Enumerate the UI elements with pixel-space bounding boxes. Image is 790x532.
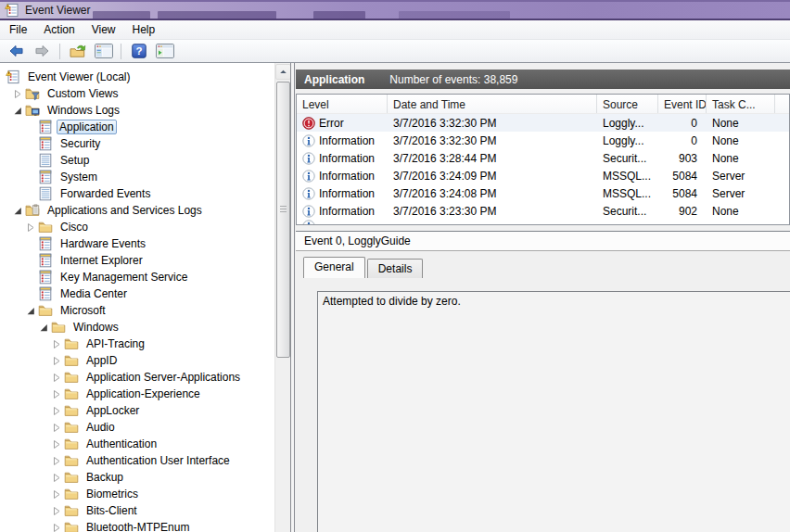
tree-item-key-management-service[interactable]: Key Management Service — [0, 269, 274, 285]
event-row-6[interactable]: Information3/7/2016 3:23:30 PMSecurit...… — [297, 202, 789, 220]
tree-item-label: Bluetooth-MTPEnum — [83, 519, 193, 532]
tree-item-appid[interactable]: AppID — [0, 352, 274, 369]
menu-help[interactable]: Help — [124, 20, 164, 39]
tab-details[interactable]: Details — [367, 259, 424, 278]
info-icon — [302, 220, 315, 225]
expand-arrow-icon[interactable] — [52, 523, 62, 532]
error-icon — [302, 117, 315, 130]
event-row-4[interactable]: Information3/7/2016 3:24:09 PMMSSQL...50… — [297, 167, 789, 184]
tree-item-microsoft[interactable]: Microsoft — [0, 302, 274, 319]
event-row-1[interactable]: Error3/7/2016 3:32:30 PMLoggly...0None — [297, 114, 789, 132]
arrow-spacer — [26, 289, 36, 299]
show-console-tree-button[interactable] — [92, 41, 115, 61]
arrow-spacer — [26, 156, 36, 166]
expand-arrow-icon[interactable] — [52, 489, 62, 500]
expand-arrow-icon[interactable] — [52, 389, 62, 399]
forward-button[interactable] — [31, 41, 54, 61]
expand-arrow-icon[interactable] — [52, 456, 62, 466]
event-viewer-icon — [5, 3, 19, 18]
folder-icon — [64, 470, 79, 485]
event-row-2[interactable]: Information3/7/2016 3:32:30 PMLoggly...0… — [297, 132, 789, 149]
tree-item-label: API-Tracing — [83, 336, 148, 352]
help-button[interactable]: ? — [127, 41, 150, 61]
tree-item-bits-client[interactable]: Bits-Client — [0, 502, 274, 519]
info-icon — [302, 152, 315, 165]
tree-item-label: Application Server-Applications — [83, 369, 244, 386]
task-category-cell: None — [707, 117, 775, 130]
expand-arrow-icon[interactable] — [52, 339, 62, 349]
titlebar[interactable]: Event Viewer — [0, 0, 790, 20]
tree-item-setup[interactable]: Setup — [0, 152, 274, 169]
tab-general[interactable]: General — [303, 257, 365, 278]
expand-arrow-icon[interactable] — [52, 423, 62, 433]
column-header-event-id[interactable]: Event ID — [658, 95, 707, 113]
expand-arrow-icon[interactable] — [52, 473, 62, 483]
tree-item-media-center[interactable]: Media Center — [0, 285, 274, 302]
menu-file[interactable]: File — [1, 20, 35, 39]
tree-item-hardware-events[interactable]: Hardware Events — [0, 235, 274, 252]
tree-item-application-server-applications[interactable]: Application Server-Applications — [0, 369, 274, 386]
folder-icon — [64, 386, 79, 401]
tree-item-label: AppID — [83, 352, 121, 369]
tree-item-applocker[interactable]: AppLocker — [0, 402, 274, 419]
back-button[interactable] — [5, 41, 28, 61]
open-saved-log-button[interactable] — [66, 41, 89, 61]
tree-item-applications-and-services-logs[interactable]: Applications and Services Logs — [0, 202, 274, 219]
tree-item-label: Authentication User Interface — [83, 452, 234, 469]
event-row-3[interactable]: Information3/7/2016 3:28:44 PMSecurit...… — [297, 149, 789, 167]
expand-arrow-icon[interactable] — [52, 373, 62, 383]
collapse-arrow-icon[interactable] — [39, 323, 49, 333]
tree-item-system[interactable]: System — [0, 169, 274, 185]
tree-item-security[interactable]: Security — [0, 135, 274, 152]
tree-item-custom-views[interactable]: Custom Views — [0, 85, 274, 102]
expand-arrow-icon[interactable] — [52, 439, 62, 450]
tree-item-application[interactable]: Application — [0, 119, 274, 135]
menu-view[interactable]: View — [83, 20, 124, 39]
collapse-arrow-icon[interactable] — [26, 306, 36, 316]
tree-item-bluetooth-mtpenum[interactable]: Bluetooth-MTPEnum — [0, 519, 274, 532]
menu-action[interactable]: Action — [35, 20, 83, 39]
tree-item-windows[interactable]: Windows — [0, 319, 274, 336]
tree-item-internet-explorer[interactable]: Internet Explorer — [0, 252, 274, 269]
tree-item-event-viewer-local[interactable]: Event Viewer (Local) — [0, 69, 274, 85]
column-header-date-and-time[interactable]: Date and Time — [388, 95, 597, 113]
show-action-pane-button[interactable] — [153, 41, 176, 61]
tree-item-label: Setup — [57, 152, 93, 169]
log-event-icon — [38, 236, 53, 251]
table-row-partial[interactable] — [297, 220, 789, 225]
scroll-up-button[interactable] — [275, 64, 290, 80]
tree-item-windows-logs[interactable]: Windows Logs — [0, 102, 274, 119]
tree-item-forwarded-events[interactable]: Forwarded Events — [0, 185, 274, 202]
event-id-cell: 902 — [658, 205, 707, 218]
tree-item-application-experience[interactable]: Application-Experience — [0, 386, 274, 402]
expand-arrow-icon[interactable] — [52, 356, 62, 366]
tree-item-label: Key Management Service — [57, 269, 191, 285]
tree-scrollbar[interactable] — [274, 63, 290, 532]
column-header-level[interactable]: Level — [297, 95, 388, 113]
datetime-cell: 3/7/2016 3:32:30 PM — [388, 117, 597, 130]
folder-icon — [38, 303, 53, 318]
toolbar: ? — [0, 40, 790, 63]
scrollbar-thumb[interactable] — [276, 82, 290, 358]
console-tree-panel: Event Viewer (Local)Custom ViewsWindows … — [0, 63, 290, 532]
column-header-task-c[interactable]: Task C... — [707, 95, 775, 113]
expand-arrow-icon[interactable] — [13, 89, 23, 99]
tree-item-label: Microsoft — [57, 302, 109, 319]
tree-item-audio[interactable]: Audio — [0, 419, 274, 436]
arrow-spacer — [26, 172, 36, 183]
action-pane-icon — [156, 44, 174, 58]
expand-arrow-icon[interactable] — [52, 506, 62, 516]
event-row-5[interactable]: Information3/7/2016 3:24:08 PMMSSQL...50… — [297, 184, 789, 202]
tree-item-backup[interactable]: Backup — [0, 469, 274, 486]
tree-item-authentication-user-interface[interactable]: Authentication User Interface — [0, 452, 274, 469]
collapse-arrow-icon[interactable] — [13, 106, 23, 116]
tree-item-cisco[interactable]: Cisco — [0, 219, 274, 235]
column-header-source[interactable]: Source — [597, 95, 658, 113]
tree-item-label: Bits-Client — [83, 502, 141, 519]
expand-arrow-icon[interactable] — [52, 406, 62, 416]
tree-item-api-tracing[interactable]: API-Tracing — [0, 336, 274, 352]
collapse-arrow-icon[interactable] — [13, 206, 23, 216]
expand-arrow-icon[interactable] — [26, 222, 36, 233]
tree-item-authentication[interactable]: Authentication — [0, 436, 274, 452]
tree-item-biometrics[interactable]: Biometrics — [0, 486, 274, 502]
